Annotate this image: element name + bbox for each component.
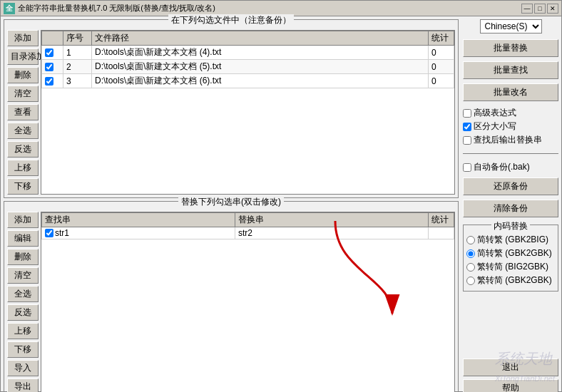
files-table-header: 序号 文件路径 统计 (42, 31, 454, 46)
files-btn-反选[interactable]: 反选 (7, 141, 39, 158)
files-table: 序号 文件路径 统计 1D:\tools\桌面\新建文本文档 (4).txt02… (41, 31, 454, 88)
replace-btn-下移[interactable]: 下移 (7, 341, 39, 358)
exit-button[interactable]: 退出 (463, 359, 558, 376)
restore-button[interactable]: □ (534, 4, 546, 14)
replace-btn-上移[interactable]: 上移 (7, 323, 39, 339)
replace-btn-导入[interactable]: 导入 (7, 360, 39, 376)
inner-code-radio-label-0: 简转繁 (GBK2BIG) (477, 234, 548, 246)
inner-code-group: 内码替换 简转繁 (GBK2BIG)简转繁 (GBK2GBK)繁转简 (BIG2… (463, 225, 558, 292)
file-checkbox-1[interactable] (45, 48, 53, 57)
files-btn-添加[interactable]: 添加 (7, 30, 39, 46)
replace-checkbox-1[interactable] (45, 229, 53, 237)
radio-row-3: 繁转简 (GBK2GBK) (466, 274, 555, 287)
files-btn-删除[interactable]: 删除 (7, 67, 39, 83)
radio-row-1: 简转繁 (GBK2GBK) (466, 247, 555, 259)
replace-table-header: 查找串 替换串 统计 (42, 213, 454, 227)
clear-backup-button[interactable]: 清除备份 (463, 200, 558, 217)
app-icon: 全 (4, 3, 15, 14)
auto-backup-label: 自动备份(.bak) (474, 161, 530, 173)
files-group-title: 在下列勾选文件中（注意备份） (168, 14, 294, 26)
replace-btn-清空[interactable]: 清空 (7, 267, 39, 284)
files-col-path: 文件路径 (92, 31, 429, 46)
replace-btn-全选[interactable]: 全选 (7, 286, 39, 302)
file-row-2: 2D:\tools\桌面\新建文本文档 (5).txt0 (42, 60, 454, 74)
file-num-3: 3 (63, 74, 92, 88)
inner-code-title: 内码替换 (491, 220, 530, 232)
replace-btn-添加[interactable]: 添加 (7, 212, 39, 228)
replace-btn-删除[interactable]: 删除 (7, 249, 39, 265)
close-button[interactable]: ✕ (547, 4, 558, 14)
files-btn-清空[interactable]: 清空 (7, 86, 39, 102)
file-path-2: D:\tools\桌面\新建文本文档 (5).txt (92, 60, 429, 74)
replace-btn-反选[interactable]: 反选 (7, 304, 39, 321)
radios-container: 简转繁 (GBK2BIG)简转繁 (GBK2GBK)繁转简 (BIG2GBK)繁… (466, 234, 555, 287)
files-col-count: 统计 (429, 31, 454, 46)
files-table-container: 序号 文件路径 统计 1D:\tools\桌面\新建文本文档 (4).txt02… (41, 30, 455, 195)
file-row-3: 3D:\tools\桌面\新建文本文档 (6).txt0 (42, 74, 454, 88)
options-checkboxes: 高级表达式区分大小写查找后输出替换串 (463, 105, 558, 148)
files-btn-上移[interactable]: 上移 (7, 160, 39, 176)
replace-table-container: 查找串 替换串 统计 str1str2 (41, 212, 455, 392)
lang-select-row: Chinese(S)Chinese(T)English (463, 19, 558, 33)
file-num-2: 2 (63, 60, 92, 74)
file-row-1: 1D:\tools\桌面\新建文本文档 (4).txt0 (42, 46, 454, 60)
replace-table-body: str1str2 (42, 227, 454, 239)
replace-col-count: 统计 (429, 213, 454, 227)
batch-replace-button[interactable]: 批量替换 (463, 39, 558, 57)
inner-code-radio-1[interactable] (466, 249, 475, 258)
radio-row-2: 繁转简 (BIG2GBK) (466, 261, 555, 273)
option-checkbox-row-1: 区分大小写 (463, 120, 558, 133)
replace-group: 替换下列勾选串(双击修改) 添加编辑删除清空全选反选上移下移导入导出 查找串 替… (4, 201, 459, 392)
file-checkbox-2[interactable] (45, 63, 53, 71)
replace-button-column: 添加编辑删除清空全选反选上移下移导入导出 (7, 212, 39, 392)
inner-code-radio-label-1: 简转繁 (GBK2GBK) (477, 247, 552, 259)
files-group: 在下列勾选文件中（注意备份） 添加目录添加删除清空查看全选反选上移下移 序号 (4, 19, 459, 198)
files-table-body: 1D:\tools\桌面\新建文本文档 (4).txt02D:\tools\桌面… (42, 46, 454, 88)
auto-backup-checkbox[interactable] (463, 163, 471, 172)
window-title: 全能字符串批量替换机7.0 无限制版(替换/查找/抚取/改名) (18, 3, 521, 14)
option-checkbox-row-2: 查找后输出替换串 (463, 134, 558, 146)
files-btn-下移[interactable]: 下移 (7, 178, 39, 195)
bottom-buttons: 退出 帮助 (463, 359, 558, 392)
replace-table: 查找串 替换串 统计 str1str2 (41, 212, 454, 239)
file-path-3: D:\tools\桌面\新建文本文档 (6).txt (92, 74, 429, 88)
option-label-1: 区分大小写 (474, 120, 516, 133)
file-count-3: 0 (429, 74, 454, 88)
files-col-num: 序号 (63, 31, 92, 46)
replace-col-find: 查找串 (42, 213, 235, 227)
auto-backup-checkbox-row: 自动备份(.bak) (463, 161, 558, 173)
option-checkbox-row-0: 高级表达式 (463, 107, 558, 119)
minimize-button[interactable]: — (521, 4, 533, 14)
file-checkbox-3[interactable] (45, 77, 53, 86)
files-btn-目录添加[interactable]: 目录添加 (7, 48, 39, 65)
inner-code-radio-label-3: 繁转简 (GBK2GBK) (477, 274, 552, 287)
file-count-1: 0 (429, 46, 454, 60)
option-checkbox-2[interactable] (463, 136, 471, 145)
help-button[interactable]: 帮助 (463, 379, 558, 392)
files-btn-全选[interactable]: 全选 (7, 123, 39, 139)
batch-find-button[interactable]: 批量查找 (463, 61, 558, 79)
language-select[interactable]: Chinese(S)Chinese(T)English (480, 19, 542, 33)
inner-code-radio-3[interactable] (466, 277, 475, 285)
file-path-1: D:\tools\桌面\新建文本文档 (4).txt (92, 46, 429, 60)
replace-row-1: str1str2 (42, 227, 454, 239)
file-num-1: 1 (63, 46, 92, 60)
radio-row-0: 简转繁 (GBK2BIG) (466, 234, 555, 246)
window-controls: — □ ✕ (521, 4, 558, 14)
replace-count-1 (429, 227, 454, 239)
replace-btn-导出[interactable]: 导出 (7, 378, 39, 392)
files-button-column: 添加目录添加删除清空查看全选反选上移下移 (7, 30, 39, 195)
replace-val-1: str2 (235, 227, 429, 239)
replace-group-title: 替换下列勾选串(双击修改) (178, 196, 284, 208)
replace-col-replace: 替换串 (235, 213, 429, 227)
restore-backup-button[interactable]: 还原备份 (463, 177, 558, 195)
option-label-0: 高级表达式 (474, 107, 516, 119)
replace-btn-编辑[interactable]: 编辑 (7, 230, 39, 247)
inner-code-radio-2[interactable] (466, 263, 475, 272)
right-panel: Chinese(S)Chinese(T)English 批量替换 批量查找 批量… (459, 19, 558, 392)
option-checkbox-1[interactable] (463, 123, 471, 131)
inner-code-radio-0[interactable] (466, 236, 475, 244)
batch-rename-button[interactable]: 批量改名 (463, 83, 558, 101)
option-checkbox-0[interactable] (463, 109, 471, 118)
files-btn-查看[interactable]: 查看 (7, 104, 39, 120)
